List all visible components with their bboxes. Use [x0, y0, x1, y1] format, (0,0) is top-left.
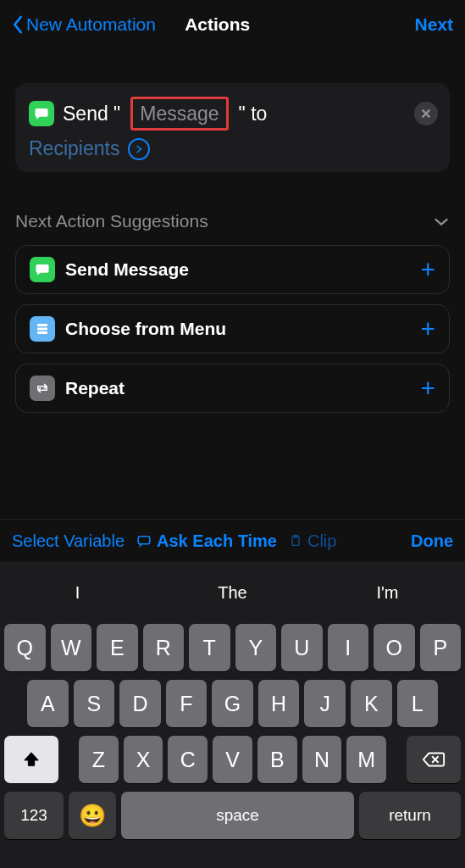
- ask-each-time-button[interactable]: Ask Each Time: [136, 531, 277, 551]
- prediction[interactable]: I: [0, 583, 155, 603]
- key-e[interactable]: E: [97, 624, 138, 671]
- key-a[interactable]: A: [27, 680, 69, 727]
- key-w[interactable]: W: [51, 624, 92, 671]
- nav-title: Actions: [20, 14, 415, 35]
- suggestion-repeat[interactable]: Repeat +: [15, 364, 450, 413]
- recipients-field[interactable]: Recipients: [29, 137, 119, 160]
- key-c[interactable]: C: [168, 736, 208, 783]
- suggestion-label: Repeat: [65, 378, 410, 398]
- add-icon: +: [420, 316, 435, 342]
- space-key[interactable]: space: [121, 792, 354, 839]
- key-row-4: 123 😀 space return: [0, 792, 465, 839]
- key-l[interactable]: L: [397, 680, 439, 727]
- svg-rect-2: [37, 331, 47, 334]
- nav-bar: New Automation Actions Next: [0, 0, 465, 49]
- message-icon: [136, 533, 152, 548]
- prediction-row: I The I'm: [0, 570, 465, 615]
- key-q[interactable]: Q: [4, 624, 46, 671]
- variable-bar: Select Variable Ask Each Time Clip Done: [0, 519, 465, 563]
- suggestion-send-message[interactable]: Send Message +: [15, 245, 450, 294]
- return-key[interactable]: return: [359, 792, 461, 839]
- shortcuts-actions-screen: New Automation Actions Next Send " Messa…: [0, 0, 465, 868]
- key-t[interactable]: T: [189, 624, 230, 671]
- add-icon: +: [420, 257, 435, 282]
- suggestion-choose-from-menu[interactable]: Choose from Menu +: [15, 304, 450, 353]
- key-g[interactable]: G: [212, 680, 253, 727]
- key-b[interactable]: B: [257, 736, 297, 783]
- key-h[interactable]: H: [258, 680, 300, 727]
- emoji-key[interactable]: 😀: [69, 792, 116, 839]
- svg-rect-3: [138, 537, 150, 544]
- key-z[interactable]: Z: [79, 736, 119, 783]
- key-p[interactable]: P: [420, 624, 462, 671]
- clipboard-icon: [289, 533, 302, 548]
- suggestions-list: Send Message + Choose from Menu + Repeat…: [15, 245, 450, 413]
- menu-icon: [30, 316, 55, 342]
- send-message-action-card: Send " Message " to Recipients: [15, 83, 450, 172]
- next-button[interactable]: Next: [414, 14, 453, 35]
- keyboard: I The I'm Q W E R T Y U I O P A S D F G …: [0, 563, 465, 868]
- shift-key[interactable]: [4, 736, 58, 783]
- repeat-icon: [30, 376, 55, 401]
- expand-action-button[interactable]: [128, 138, 150, 160]
- key-row-2: A S D F G H J K L: [0, 680, 465, 727]
- message-input[interactable]: Message: [130, 97, 228, 131]
- delete-key[interactable]: [407, 736, 461, 783]
- prediction[interactable]: I'm: [310, 583, 465, 603]
- key-k[interactable]: K: [351, 680, 392, 727]
- action-suffix: " to: [239, 103, 268, 125]
- clipboard-button[interactable]: Clip: [289, 531, 336, 551]
- backspace-icon: [422, 750, 446, 769]
- key-u[interactable]: U: [281, 624, 323, 671]
- close-icon: [421, 108, 431, 119]
- key-o[interactable]: O: [374, 624, 415, 671]
- numbers-key[interactable]: 123: [4, 792, 64, 839]
- suggestion-label: Send Message: [65, 259, 410, 280]
- svg-rect-1: [37, 328, 47, 331]
- keyboard-done-button[interactable]: Done: [411, 531, 453, 551]
- key-m[interactable]: M: [346, 736, 386, 783]
- add-icon: +: [420, 376, 435, 401]
- messages-icon: [29, 101, 54, 126]
- key-f[interactable]: F: [166, 680, 208, 727]
- key-s[interactable]: S: [74, 680, 115, 727]
- key-j[interactable]: J: [304, 680, 346, 727]
- key-r[interactable]: R: [143, 624, 185, 671]
- key-row-1: Q W E R T Y U I O P: [0, 624, 465, 671]
- suggestions-header-label: Next Action Suggestions: [15, 211, 208, 231]
- key-i[interactable]: I: [328, 624, 369, 671]
- key-n[interactable]: N: [302, 736, 342, 783]
- clear-action-button[interactable]: [414, 102, 438, 125]
- messages-icon: [30, 257, 55, 282]
- shift-icon: [22, 750, 41, 769]
- key-row-3: Z X C V B N M: [0, 736, 465, 783]
- key-v[interactable]: V: [213, 736, 252, 783]
- suggestions-header[interactable]: Next Action Suggestions: [15, 211, 450, 231]
- key-x[interactable]: X: [124, 736, 163, 783]
- chevron-down-icon: [433, 215, 450, 227]
- action-prefix: Send ": [63, 103, 120, 125]
- prediction[interactable]: The: [155, 583, 310, 603]
- key-y[interactable]: Y: [235, 624, 277, 671]
- key-d[interactable]: D: [119, 680, 161, 727]
- suggestion-label: Choose from Menu: [65, 319, 410, 339]
- svg-rect-0: [37, 324, 47, 326]
- select-variable-button[interactable]: Select Variable: [12, 531, 125, 551]
